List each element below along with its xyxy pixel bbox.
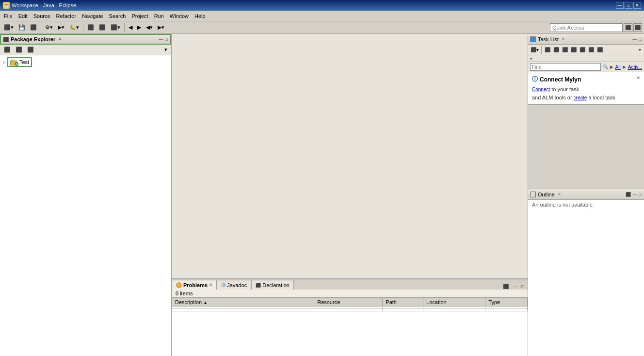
task-list-icon (530, 36, 536, 42)
open-perspective-button[interactable]: ⬛ (85, 22, 96, 33)
outline-minimize[interactable]: — (632, 192, 638, 197)
outline-controls: ⬛ — □ (625, 192, 642, 197)
tab-javadoc[interactable]: @ Javadoc (217, 280, 251, 290)
bottom-tab-group: ! Problems ✕ @ Javadoc ⬛ Declaration (172, 280, 294, 290)
link-editor-button[interactable]: ⬛ (14, 45, 24, 55)
open-type-button[interactable]: ⬛ (97, 22, 108, 33)
toolbar-separator-2 (83, 23, 83, 32)
task-btn-3[interactable]: ⬛ (561, 47, 569, 53)
project-item[interactable]: ▷ J Test (1, 56, 170, 68)
task-view-menu[interactable]: ▾ (638, 47, 642, 53)
problems-cell-2-5 (485, 309, 528, 311)
task-list-toolbar: ⬛▾ ⬛ ⬛ ⬛ ⬛ ⬛ ⬛ ⬛ ▾ (528, 45, 644, 55)
problems-maximize-btn[interactable]: □ (520, 283, 526, 290)
problems-count: 0 items (172, 290, 528, 298)
pkg-view-menu-arrow[interactable]: ▾ (162, 45, 169, 55)
activ-link[interactable]: Activ... (628, 65, 642, 70)
menu-file[interactable]: File (1, 11, 16, 21)
problems-view-menu-btn[interactable]: ⬛ (501, 283, 510, 290)
debug-button[interactable]: 🐛▾ (67, 22, 81, 33)
menu-project[interactable]: Project (129, 11, 151, 21)
build-button[interactable]: ⚙▾ (43, 22, 55, 33)
problems-minimize-btn[interactable]: — (511, 283, 519, 290)
package-explorer-toolbar: ⬛ ⬛ ⬛ ▾ (0, 45, 171, 55)
outline-title: Outline ✕ (530, 192, 562, 197)
minimize-panel-button[interactable]: — (159, 36, 164, 42)
mylyn-text-3: and ALM tools or (532, 95, 574, 100)
task-expand-row: ▾ (528, 55, 644, 62)
connect-link[interactable]: Connect (532, 87, 550, 92)
prev-edit-button[interactable]: ◀ (127, 22, 134, 33)
next-edit-button[interactable]: ▶ (135, 22, 143, 33)
package-explorer-title: ⬛ Package Explorer ✕ (3, 36, 63, 42)
maximize-panel-button[interactable]: □ (165, 36, 168, 42)
task-list-maximize[interactable]: □ (639, 36, 642, 42)
toolbar-btn-3[interactable]: ⬛▾ (109, 22, 122, 33)
mylyn-close-btn[interactable]: ✕ (636, 75, 640, 81)
close-button[interactable]: ✕ (633, 2, 641, 9)
quick-access-input[interactable] (550, 23, 623, 32)
package-explorer-close[interactable]: ✕ (57, 37, 63, 42)
pkg-view-menu-button[interactable]: ⬛ (25, 45, 36, 55)
task-new-dropdown[interactable]: ⬛▾ (530, 47, 539, 53)
menu-bar: File Edit Source Refactor Navigate Searc… (0, 11, 644, 21)
task-btn-7[interactable]: ⬛ (596, 47, 604, 53)
task-list-minimize[interactable]: — (632, 36, 638, 42)
problems-count-text: 0 items (176, 291, 193, 296)
task-btn-1[interactable]: ⬛ (544, 47, 551, 53)
collapse-all-button[interactable]: ⬛ (2, 45, 13, 55)
tab-problems-label: Problems (183, 282, 208, 288)
task-btn-5[interactable]: ⬛ (579, 47, 586, 53)
forward-button[interactable]: ▶▾ (156, 22, 166, 33)
open-perspective-icon-button[interactable]: ⬛ (624, 23, 632, 32)
maximize-button[interactable]: □ (625, 2, 632, 9)
tab-declaration-label: Declaration (262, 282, 290, 288)
app-icon: ☕ (3, 2, 10, 9)
task-list-header: Task List ✕ — □ (528, 34, 644, 45)
menu-help[interactable]: Help (192, 11, 209, 21)
outline-close[interactable]: ✕ (557, 192, 562, 196)
outline-btn-1[interactable]: ⬛ (625, 192, 631, 197)
project-label: Test (19, 59, 29, 65)
problems-table: Description ▲ Resource Path Location Typ… (172, 298, 528, 311)
tab-problems[interactable]: ! Problems ✕ (172, 280, 217, 290)
find-input[interactable] (530, 63, 601, 71)
menu-navigate[interactable]: Navigate (79, 11, 106, 21)
task-btn-6[interactable]: ⬛ (587, 47, 595, 53)
all-link[interactable]: All (615, 65, 621, 70)
minimize-button[interactable]: — (616, 2, 624, 9)
new-button[interactable]: ⬛▾ (2, 22, 16, 33)
menu-window[interactable]: Window (167, 11, 192, 21)
left-panel: ⬛ Package Explorer ✕ — □ ⬛ ⬛ ⬛ ▾ ▷ J (0, 34, 172, 356)
window-title: Workspace - Java - Eclipse (12, 2, 76, 8)
col-location[interactable]: Location (423, 298, 485, 307)
open-view-icon-button[interactable]: ⬛ (633, 23, 642, 32)
back-button[interactable]: ◀▾ (144, 22, 155, 33)
col-path[interactable]: Path (383, 298, 423, 307)
menu-search[interactable]: Search (106, 11, 129, 21)
col-description[interactable]: Description ▲ (172, 298, 314, 307)
task-list-close[interactable]: ✕ (561, 37, 566, 41)
problems-tab-close[interactable]: ✕ (209, 283, 212, 287)
save-all-button[interactable]: ⬛ (28, 22, 39, 33)
save-button[interactable]: 💾 (16, 22, 27, 33)
project-item-box: J Test (7, 57, 32, 67)
package-explorer-controls: — □ (159, 36, 168, 42)
menu-edit[interactable]: Edit (16, 11, 31, 21)
task-btn-2[interactable]: ⬛ (552, 47, 560, 53)
bottom-tabs: ! Problems ✕ @ Javadoc ⬛ Declaration ⬛ (172, 279, 528, 290)
bottom-tab-controls: ⬛ — □ (501, 283, 528, 290)
task-btn-4[interactable]: ⬛ (570, 47, 578, 53)
outline-maximize[interactable]: □ (639, 192, 642, 197)
tab-declaration[interactable]: ⬛ Declaration (251, 280, 294, 290)
run-button[interactable]: ▶▾ (56, 22, 66, 33)
col-resource[interactable]: Resource (314, 298, 383, 307)
mylyn-text-2: to your task (550, 86, 579, 92)
menu-refactor[interactable]: Refactor (53, 11, 80, 21)
col-type[interactable]: Type (485, 298, 528, 307)
outline-label: Outline (538, 192, 555, 197)
menu-run[interactable]: Run (151, 11, 167, 21)
task-expand-arrow: ▾ (530, 56, 532, 61)
create-link[interactable]: create (574, 95, 587, 100)
menu-source[interactable]: Source (31, 11, 53, 21)
